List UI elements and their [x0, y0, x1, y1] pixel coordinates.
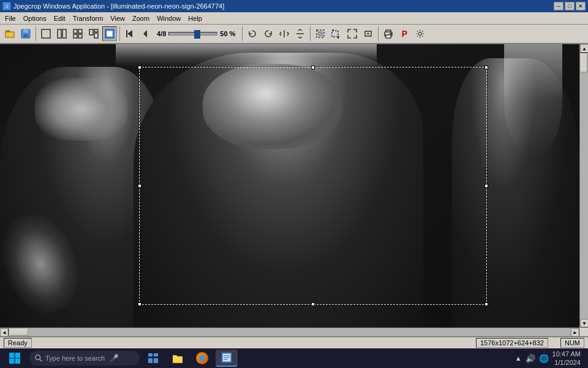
zoom-slider[interactable]: [168, 32, 217, 36]
taskbar-search[interactable]: Type here to search 🎤: [29, 351, 140, 366]
svg-rect-21: [386, 35, 391, 38]
title-bar-left: J Jpegcrop Windows Application - [illumi…: [2, 2, 224, 10]
view-grid4-button[interactable]: [70, 26, 85, 41]
menu-options[interactable]: Options: [20, 13, 50, 23]
neon-right-vertical: [504, 44, 562, 158]
photo-canvas[interactable]: [0, 44, 579, 328]
separator-4: [310, 26, 311, 41]
scroll-left-button[interactable]: ◄: [0, 328, 9, 336]
menu-bar: File Options Edit Transform View Zoom Wi…: [0, 12, 588, 25]
prev-button[interactable]: [138, 26, 153, 41]
title-bar-controls: ─ □ ✕: [554, 2, 586, 10]
save-button[interactable]: [18, 26, 33, 41]
file-explorer-button[interactable]: [167, 350, 189, 367]
mic-icon[interactable]: 🎤: [110, 354, 119, 362]
firefox-icon: [196, 352, 208, 364]
tray-arrow[interactable]: ▲: [515, 355, 522, 362]
system-tray: ▲ 🔊 🌐 10:47 AM 1/1/2024: [515, 350, 586, 367]
view-single-button[interactable]: [39, 26, 53, 41]
separator-1: [36, 26, 36, 41]
scroll-down-button[interactable]: ▼: [580, 319, 588, 328]
flip-h-button[interactable]: [277, 26, 292, 41]
volume-icon[interactable]: 🔊: [526, 354, 535, 363]
menu-edit[interactable]: Edit: [50, 13, 69, 23]
scroll-thumb-v[interactable]: [581, 54, 587, 72]
clock-date: 1/1/2024: [552, 358, 581, 367]
svg-point-23: [419, 33, 422, 36]
status-bar: Ready 1576x1072+624+832 NUM: [0, 336, 588, 348]
main-area: ▲ ▼ ◄ ►: [0, 44, 588, 336]
app-icon: J: [2, 2, 11, 10]
scroll-track-v[interactable]: [580, 53, 588, 319]
svg-rect-11: [78, 34, 82, 38]
menu-window[interactable]: Window: [153, 13, 184, 23]
scroll-up-button[interactable]: ▲: [580, 44, 588, 53]
title-bar: J Jpegcrop Windows Application - [illumi…: [0, 0, 588, 12]
svg-rect-17: [126, 30, 127, 37]
firefox-button[interactable]: [191, 350, 213, 367]
status-ready: Ready: [4, 338, 32, 348]
gear-button[interactable]: [413, 26, 428, 41]
menu-zoom[interactable]: Zoom: [129, 13, 153, 23]
menu-help[interactable]: Help: [184, 13, 206, 23]
minimize-button[interactable]: ─: [554, 2, 564, 10]
separator-5: [378, 26, 379, 41]
toolbar: 4/8 50 %: [0, 25, 588, 44]
active-frame-button[interactable]: [102, 26, 117, 41]
svg-rect-4: [24, 34, 28, 37]
svg-rect-8: [74, 29, 77, 33]
prev-prev-button[interactable]: [123, 26, 137, 41]
svg-point-22: [390, 33, 391, 34]
file-explorer-icon: [172, 352, 184, 364]
start-button[interactable]: [2, 350, 27, 366]
svg-rect-32: [154, 358, 158, 363]
separator-3: [242, 26, 243, 41]
neon-top-bar: [116, 44, 377, 67]
svg-rect-7: [62, 29, 66, 38]
menu-transform[interactable]: Transform: [69, 13, 107, 23]
search-placeholder: Type here to search: [45, 355, 105, 362]
scroll-thumb-h[interactable]: [10, 329, 28, 335]
crop-rect-button[interactable]: [329, 26, 344, 41]
svg-rect-10: [74, 34, 77, 38]
taskbar: Type here to search 🎤 ▲: [0, 348, 588, 368]
menu-file[interactable]: File: [1, 13, 20, 23]
autocrop-button[interactable]: [313, 26, 328, 41]
rotate-left-button[interactable]: [245, 26, 260, 41]
taskbar-clock[interactable]: 10:47 AM 1/1/2024: [552, 350, 581, 367]
task-view-button[interactable]: [142, 350, 164, 367]
scroll-corner: [579, 328, 588, 336]
svg-rect-27: [15, 359, 21, 364]
zoom-percent: 50 %: [220, 30, 239, 37]
zoom-slider-thumb[interactable]: [194, 30, 200, 39]
photo-background: [0, 44, 579, 328]
jpegcrop-taskbar-button[interactable]: [216, 350, 238, 367]
menu-view[interactable]: View: [107, 13, 129, 23]
horizontal-scrollbar[interactable]: ◄ ►: [0, 328, 579, 336]
status-dimensions: 1576x1072+624+832: [476, 338, 548, 348]
search-icon: [34, 354, 43, 362]
zoom-actual-button[interactable]: [361, 26, 375, 41]
canvas-area[interactable]: ▲ ▼ ◄ ►: [0, 44, 588, 336]
print-button[interactable]: [381, 26, 396, 41]
clock-time: 10:47 AM: [552, 350, 581, 358]
maximize-button[interactable]: □: [565, 2, 575, 10]
svg-rect-31: [148, 358, 153, 363]
scroll-track-h[interactable]: [9, 328, 571, 336]
vertical-scrollbar[interactable]: ▲ ▼: [579, 44, 588, 328]
separator-2: [119, 26, 120, 41]
open-button[interactable]: [2, 26, 17, 41]
view-custom-button[interactable]: [86, 26, 101, 41]
svg-rect-16: [107, 31, 113, 37]
svg-rect-25: [15, 353, 21, 358]
view-grid2-button[interactable]: [55, 26, 69, 41]
rotate-right-button[interactable]: [261, 26, 276, 41]
svg-rect-9: [78, 29, 82, 33]
scroll-right-button[interactable]: ►: [571, 328, 579, 336]
network-icon[interactable]: 🌐: [539, 354, 549, 363]
svg-rect-13: [94, 29, 98, 32]
flip-v-button[interactable]: [293, 26, 307, 41]
zoom-fit-button[interactable]: [345, 26, 360, 41]
close-button[interactable]: ✕: [576, 2, 586, 10]
p-button[interactable]: P: [397, 26, 412, 41]
